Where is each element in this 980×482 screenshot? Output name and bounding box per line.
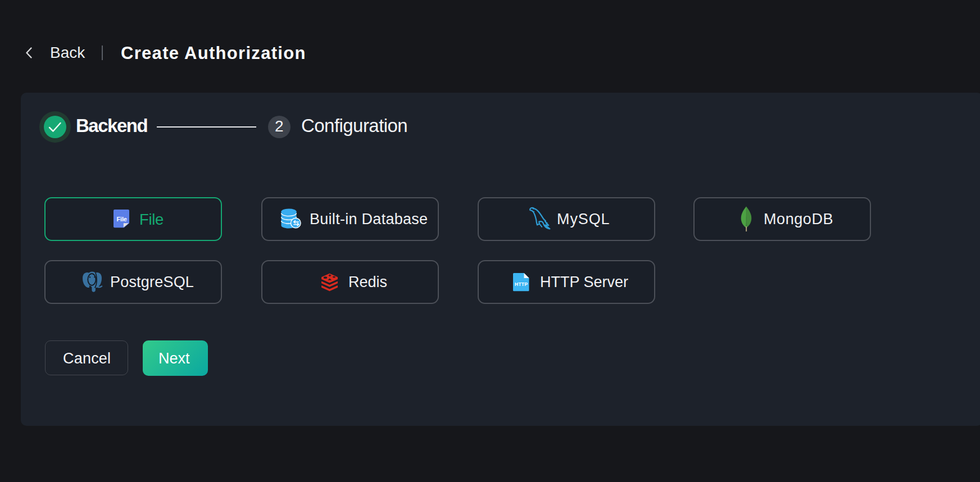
svg-text:File: File [117, 216, 127, 222]
svg-text:HTTP: HTTP [515, 281, 528, 287]
